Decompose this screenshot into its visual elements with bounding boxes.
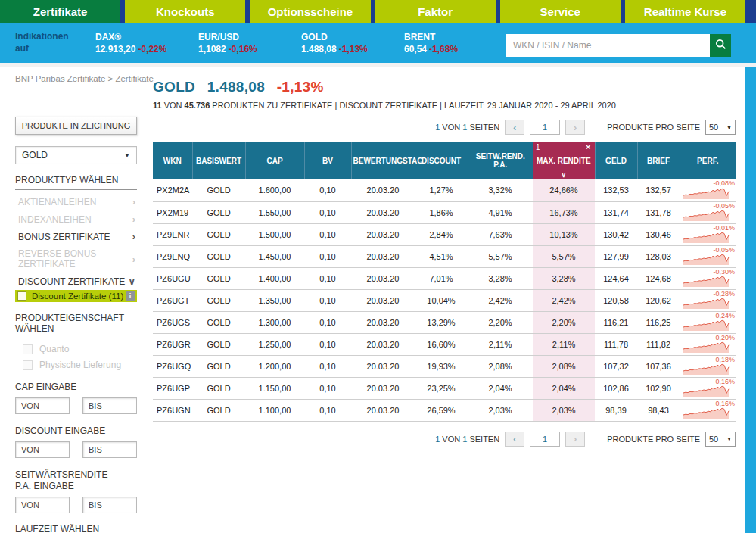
cell-bv: 0,10 <box>304 267 351 289</box>
search-input[interactable] <box>506 34 710 57</box>
cell-wkn[interactable]: PZ6UGT <box>153 289 192 311</box>
cell-max: 10,13% <box>533 223 595 245</box>
cell-wkn[interactable]: PZ9ENQ <box>153 245 192 267</box>
table-row[interactable]: PZ6UGNGOLD1.100,000,1020.03.2026,59%2,03… <box>153 399 736 421</box>
cell-wkn[interactable]: PZ6UGU <box>153 267 192 289</box>
breadcrumb-root[interactable]: BNP Paribas Zertifikate <box>15 74 105 83</box>
discount-range <box>15 441 137 458</box>
cell-brief: 111,82 <box>637 333 680 355</box>
table-row[interactable]: PZ6UGRGOLD1.250,000,1020.03.2016,60%2,11… <box>153 333 736 355</box>
prev-page-button[interactable]: ‹ <box>505 432 524 447</box>
sidebar-item-bonus-zertifikate[interactable]: BONUS ZERTIFIKATE› <box>15 228 137 245</box>
index-name: GOLD <box>301 31 404 43</box>
chevron-down-icon: ▼ <box>124 152 130 159</box>
column-header-bv[interactable]: BV <box>304 142 351 179</box>
results-area: GOLD 1.488,08 -1,13% 11 VON 45.736 PRODU… <box>153 79 736 447</box>
tab-realtime-kurse[interactable]: Realtime Kurse <box>625 0 745 23</box>
tab-knockouts[interactable]: Knockouts <box>125 0 245 23</box>
table-row[interactable]: PZ6UGSGOLD1.300,000,1020.03.2013,29%2,20… <box>153 311 736 333</box>
cell-seitw: 2,03% <box>468 399 533 421</box>
discount-von-input[interactable] <box>15 441 70 458</box>
column-header-cap[interactable]: CAP <box>245 142 304 179</box>
cell-discount: 4,51% <box>415 245 468 267</box>
per-page-select[interactable]: 50 ▼ <box>705 432 736 447</box>
next-page-button[interactable]: › <box>565 120 585 135</box>
column-header-tag[interactable]: BEWERTUNGSTAG <box>351 142 415 179</box>
cell-bv: 0,10 <box>304 355 351 377</box>
cell-max: 2,04% <box>533 377 595 399</box>
prev-page-button[interactable]: ‹ <box>505 120 524 135</box>
cell-max: 2,03% <box>533 399 595 421</box>
column-header-seitw[interactable]: SEITW.REND. P.A. <box>468 142 533 179</box>
cell-max: 24,66% <box>533 179 595 201</box>
cell-geld: 107,32 <box>595 355 637 377</box>
cell-geld: 130,42 <box>595 223 637 245</box>
column-header-perf[interactable]: PERF. <box>680 142 736 179</box>
table-row[interactable]: PZ6UGPGOLD1.150,000,1020.03.2023,25%2,04… <box>153 377 736 399</box>
column-header-discount[interactable]: DISCOUNT <box>415 142 468 179</box>
cell-wkn[interactable]: PZ6UGS <box>153 311 192 333</box>
column-header-basiswert[interactable]: BASISWERT <box>192 142 245 179</box>
seitwaertsrendite-bis-input[interactable] <box>82 497 137 513</box>
cell-cap: 1.550,00 <box>245 201 304 223</box>
cell-geld: 132,53 <box>595 179 637 201</box>
column-header-brief[interactable]: BRIEF <box>637 142 680 179</box>
checkbox-discount-zertifikate[interactable] <box>17 291 26 301</box>
tab-service[interactable]: Service <box>500 0 621 23</box>
table-row[interactable]: PZ9ENQGOLD1.450,000,1020.03.204,51%5,57%… <box>153 245 736 267</box>
cell-perf: -0,24% <box>680 311 736 333</box>
page-number-input[interactable] <box>530 432 560 447</box>
seitwaertsrendite-von-input[interactable] <box>15 497 70 513</box>
page: ZertifikateKnockoutsOptionsscheineFaktor… <box>0 0 756 533</box>
table-row[interactable]: PX2M2AGOLD1.600,000,1020.03.201,27%3,32%… <box>153 179 736 201</box>
cap-bis-input[interactable] <box>82 397 137 414</box>
active-filter-label: Discount Zertifikate (11) <box>32 291 126 301</box>
pagination-bottom: 1 VON 1 SEITEN ‹ › PRODUKTE PRO SEITE 50… <box>153 432 736 447</box>
table-row[interactable]: PZ9ENRGOLD1.500,000,1020.03.202,84%7,63%… <box>153 223 736 245</box>
produkte-in-zeichnung-button[interactable]: PRODUKTE IN ZEICHNUNG <box>15 117 137 135</box>
cell-discount: 10,04% <box>415 289 468 311</box>
next-page-button[interactable]: › <box>565 432 585 447</box>
cell-geld: 111,78 <box>595 333 637 355</box>
column-header-max[interactable]: MAX. RENDITE1×∨ <box>533 142 595 179</box>
cell-brief: 120,62 <box>637 289 680 311</box>
cell-wkn[interactable]: PZ6UGR <box>153 333 192 355</box>
produkteigenschaft-section-header: PRODUKTEIGENSCHAFT WÄHLEN <box>15 313 137 338</box>
table-row[interactable]: PZ6UGQGOLD1.200,000,1020.03.2019,93%2,08… <box>153 355 736 377</box>
tab-faktor[interactable]: Faktor <box>375 0 496 23</box>
cell-wkn[interactable]: PZ6UGN <box>153 399 192 421</box>
cell-brief: 131,78 <box>637 201 680 223</box>
tab-optionsscheine[interactable]: Optionsscheine <box>250 0 370 23</box>
underlying-select[interactable]: GOLD ▼ <box>15 146 137 164</box>
search-button[interactable] <box>710 34 731 57</box>
pagination-von: VON <box>442 435 460 444</box>
discount-bis-input[interactable] <box>82 441 137 458</box>
instrument-header: GOLD 1.488,08 -1,13% <box>153 79 736 95</box>
product-type-label: BONUS ZERTIFIKATE <box>18 232 110 242</box>
instrument-price: 1.488,08 <box>207 79 265 95</box>
page-number-input[interactable] <box>530 120 560 135</box>
tab-zertifikate[interactable]: Zertifikate <box>0 0 120 23</box>
cell-wkn[interactable]: PX2M2A <box>153 179 192 201</box>
cell-wkn[interactable]: PZ6UGP <box>153 377 192 399</box>
column-header-wkn[interactable]: WKN <box>153 142 192 179</box>
table-row[interactable]: PX2M19GOLD1.550,000,1020.03.201,86%4,91%… <box>153 201 736 223</box>
cell-wkn[interactable]: PZ6UGQ <box>153 355 192 377</box>
cell-wkn[interactable]: PZ9ENR <box>153 223 192 245</box>
cell-discount: 23,25% <box>415 377 468 399</box>
column-header-geld[interactable]: GELD <box>595 142 637 179</box>
performance-sparkline <box>683 251 730 266</box>
chevron-right-icon: › <box>132 254 135 265</box>
filter-sidebar: PRODUKTE IN ZEICHNUNG GOLD ▼ PRODUKTTYP … <box>15 117 137 533</box>
sidebar-item-discount-zertifikate[interactable]: DISCOUNT ZERTIFIKATE∨ <box>15 273 137 290</box>
cell-cap: 1.450,00 <box>245 245 304 267</box>
per-page-select[interactable]: 50 ▼ <box>705 120 736 135</box>
close-icon[interactable]: × <box>586 142 590 151</box>
info-icon[interactable]: i <box>126 291 135 301</box>
checkbox-quanto <box>23 344 33 354</box>
table-row[interactable]: PZ6UGUGOLD1.400,000,1020.03.207,01%3,28%… <box>153 267 736 289</box>
active-filter-discount-zertifikate[interactable]: Discount Zertifikate (11) i <box>15 290 137 302</box>
cap-von-input[interactable] <box>15 397 70 414</box>
cell-wkn[interactable]: PX2M19 <box>153 201 192 223</box>
table-row[interactable]: PZ6UGTGOLD1.350,000,1020.03.2010,04%2,42… <box>153 289 736 311</box>
